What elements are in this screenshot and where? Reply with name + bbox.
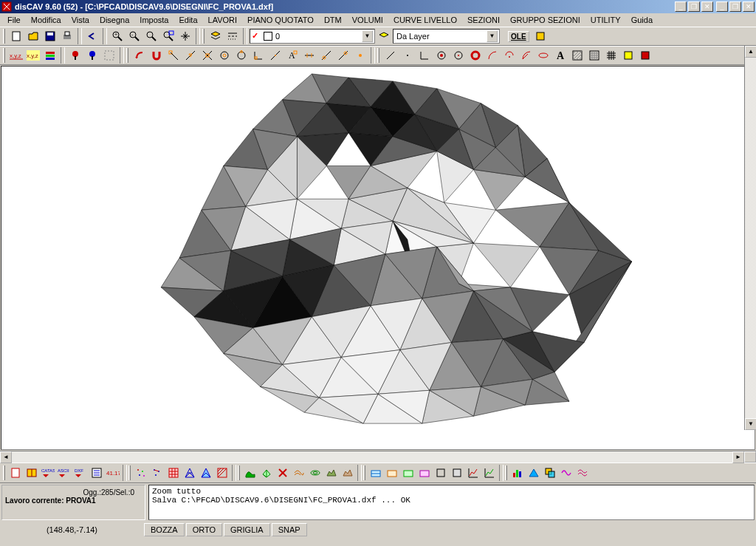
overlay-icon[interactable]: [542, 465, 558, 481]
box-yellow-icon[interactable]: [620, 47, 636, 64]
terrain-green-icon[interactable]: [242, 465, 258, 481]
mode-snap-button[interactable]: SNAP: [272, 523, 307, 536]
zoom-out-icon[interactable]: -: [126, 28, 142, 44]
snap-nearest-icon[interactable]: [301, 47, 317, 64]
line-style-icon[interactable]: [224, 28, 241, 44]
hatch-2-icon[interactable]: [586, 47, 602, 64]
list-icon[interactable]: [89, 465, 105, 481]
ole-button[interactable]: OLE: [508, 31, 529, 42]
terrain-1-icon[interactable]: [323, 465, 340, 481]
scroll-track-v[interactable]: [745, 58, 756, 418]
pan-icon[interactable]: [177, 28, 193, 44]
flag-red-icon[interactable]: [67, 47, 83, 64]
menu-imposta[interactable]: Imposta: [135, 15, 173, 25]
box-red-icon[interactable]: [637, 47, 653, 64]
menu-sezioni[interactable]: SEZIONI: [463, 15, 504, 25]
section-4-icon[interactable]: [416, 465, 433, 481]
scroll-up-icon[interactable]: ▲: [745, 46, 756, 58]
drawing-viewport[interactable]: [1, 66, 755, 450]
text-icon[interactable]: A: [552, 47, 568, 64]
donut-icon[interactable]: [467, 47, 484, 64]
mesh-fill-icon[interactable]: [198, 465, 214, 481]
snap-apparent-icon[interactable]: [335, 47, 351, 64]
ellipse-icon[interactable]: [535, 47, 551, 64]
command-console[interactable]: Zoom tutto Salva C:\PFCAD\DISCAV9.6\DISE…: [148, 485, 755, 520]
contour-2-icon[interactable]: [307, 465, 323, 481]
horizontal-scrollbar[interactable]: ◄ ►: [0, 451, 756, 463]
menu-edita[interactable]: Edita: [174, 15, 202, 25]
mode-orto-button[interactable]: ORTO: [186, 523, 222, 536]
draw-angle-icon[interactable]: [416, 47, 433, 64]
maximize-button[interactable]: ❐: [729, 1, 741, 12]
dropdown-arrow-icon[interactable]: ▼: [487, 30, 498, 42]
snap-midpoint-icon[interactable]: [182, 47, 199, 64]
flag-blue-icon[interactable]: [84, 47, 100, 64]
ascii-icon[interactable]: ASCII: [56, 465, 72, 481]
arc-3-icon[interactable]: [518, 47, 535, 64]
hatch-1-icon[interactable]: [569, 47, 585, 64]
terrain-2-icon[interactable]: [340, 465, 356, 481]
contour-1-icon[interactable]: [291, 465, 307, 481]
vertical-scrollbar[interactable]: ▲ ▼: [744, 46, 756, 430]
snap-insert-icon[interactable]: A: [284, 47, 300, 64]
scroll-left-icon[interactable]: ◄: [0, 451, 12, 463]
grid-icon[interactable]: [603, 47, 619, 64]
xyz-red-icon[interactable]: x,y,z: [8, 47, 24, 64]
scroll-track[interactable]: [12, 451, 732, 463]
magnet-icon[interactable]: [148, 47, 165, 64]
doc-icon[interactable]: [7, 465, 24, 481]
snap-endpoint-icon[interactable]: [165, 47, 182, 64]
open-file-icon[interactable]: [25, 28, 41, 44]
zoom-extents-icon[interactable]: [160, 28, 176, 44]
stack-icon[interactable]: [42, 47, 58, 64]
menu-file[interactable]: File: [3, 15, 25, 25]
save-file-icon[interactable]: [42, 28, 58, 44]
cross-red-icon[interactable]: [275, 465, 291, 481]
dropdown-arrow-icon[interactable]: ▼: [362, 30, 373, 42]
bars-icon[interactable]: [509, 465, 526, 481]
num-icon[interactable]: 41.17: [105, 465, 121, 481]
mode-griglia-button[interactable]: GRIGLIA: [224, 523, 270, 536]
menu-disegna[interactable]: Disegna: [95, 15, 134, 25]
graph-1-icon[interactable]: [465, 465, 481, 481]
grid-red-icon[interactable]: [165, 465, 182, 481]
graph-2-icon[interactable]: [481, 465, 498, 481]
menu-vista[interactable]: Vista: [67, 15, 94, 25]
circle-dot-icon[interactable]: [450, 47, 467, 64]
snap-perpendicular-icon[interactable]: [250, 47, 267, 64]
arc-2-icon[interactable]: [501, 47, 518, 64]
zoom-window-icon[interactable]: [143, 28, 159, 44]
menu-utility[interactable]: UTILITY: [586, 15, 625, 25]
circle-red-icon[interactable]: [433, 47, 450, 64]
menu-modifica[interactable]: Modifica: [27, 15, 66, 25]
mdi-close-button[interactable]: ✕: [701, 1, 713, 12]
snap-node-icon[interactable]: [318, 47, 334, 64]
mesh-3d-icon[interactable]: [258, 465, 275, 481]
new-file-icon[interactable]: [8, 28, 24, 44]
section-2-icon[interactable]: [384, 465, 400, 481]
box-2-icon[interactable]: [449, 465, 465, 481]
mdi-restore-button[interactable]: ❐: [688, 1, 700, 12]
menu-piano-quotato[interactable]: PIANO QUOTATO: [243, 15, 318, 25]
menu-curve-livello[interactable]: CURVE LIVELLO: [389, 15, 461, 25]
menu-lavori[interactable]: LAVORI: [204, 15, 242, 25]
menu-gruppo-sezioni[interactable]: GRUPPO SEZIONI: [506, 15, 585, 25]
zoom-in-icon[interactable]: +: [109, 28, 126, 44]
arc-1-icon[interactable]: [484, 47, 501, 64]
snap-tangent-icon[interactable]: [267, 47, 284, 64]
hatch-red-icon[interactable]: [214, 465, 230, 481]
layers-icon[interactable]: [207, 28, 224, 44]
snap-none-icon[interactable]: [352, 47, 368, 64]
scroll-right-icon[interactable]: ►: [732, 451, 744, 463]
xyz-yellow-icon[interactable]: x,y,z: [25, 47, 41, 64]
arrow-back-icon[interactable]: [131, 47, 148, 64]
box-dashed-icon[interactable]: [101, 47, 117, 64]
mdi-minimize-button[interactable]: _: [675, 1, 687, 12]
print-icon[interactable]: [59, 28, 75, 44]
minimize-button[interactable]: _: [716, 1, 728, 12]
undo-icon[interactable]: [84, 28, 100, 44]
wave-pink-icon[interactable]: [558, 465, 574, 481]
box-1-icon[interactable]: [433, 465, 449, 481]
draw-line-icon[interactable]: [382, 47, 399, 64]
catast-icon[interactable]: CATAST: [40, 465, 56, 481]
